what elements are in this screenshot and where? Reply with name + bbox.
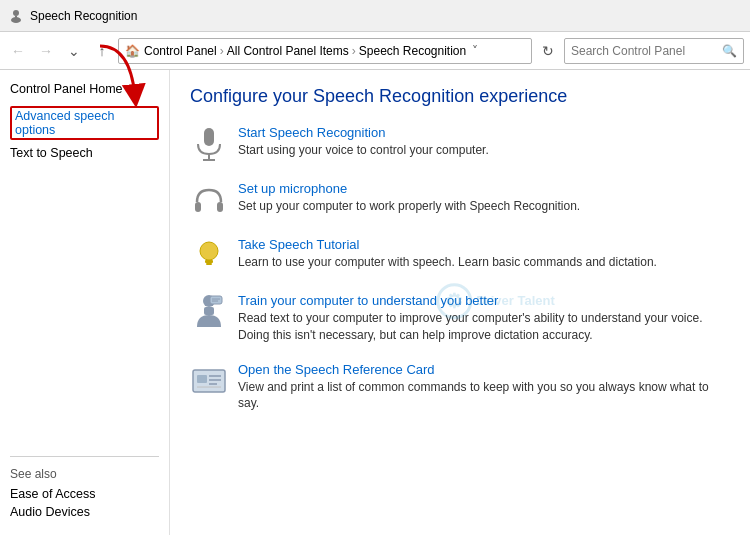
- svg-rect-10: [206, 263, 212, 265]
- sidebar-bottom: See also Ease of Access Audio Devices: [10, 456, 159, 523]
- svg-point-8: [200, 242, 218, 260]
- person-icon: [190, 293, 228, 331]
- item-text: Take Speech Tutorial Learn to use your c…: [238, 237, 657, 271]
- window-title: Speech Recognition: [30, 9, 137, 23]
- sidebar: Control Panel Home Advanced speech optio…: [0, 70, 170, 535]
- svg-rect-3: [204, 128, 214, 146]
- home-icon: 🏠: [125, 44, 140, 58]
- list-item: Train your computer to understand you be…: [190, 293, 730, 344]
- item-text: Open the Speech Reference Card View and …: [238, 362, 730, 413]
- list-item: Start Speech Recognition Start using you…: [190, 125, 730, 163]
- refresh-button[interactable]: ↻: [536, 39, 560, 63]
- search-box-container: 🔍: [564, 38, 744, 64]
- search-icon: 🔍: [722, 44, 737, 58]
- items-list: Start Speech Recognition Start using you…: [190, 125, 730, 412]
- main-layout: Control Panel Home Advanced speech optio…: [0, 70, 750, 535]
- search-input[interactable]: [571, 44, 711, 58]
- page-title: Configure your Speech Recognition experi…: [190, 86, 730, 107]
- take-speech-tutorial-link[interactable]: Take Speech Tutorial: [238, 237, 657, 252]
- svg-rect-7: [217, 202, 223, 212]
- item-desc: View and print a list of common commands…: [238, 379, 730, 413]
- bulb-icon: [190, 237, 228, 275]
- advanced-speech-options-container: Advanced speech options: [10, 106, 159, 146]
- headphones-icon: [190, 181, 228, 219]
- forward-button[interactable]: →: [34, 39, 58, 63]
- sidebar-home-link[interactable]: Control Panel Home: [10, 82, 159, 96]
- svg-point-0: [13, 10, 19, 16]
- svg-rect-6: [195, 202, 201, 212]
- microphone-icon: [190, 125, 228, 163]
- svg-rect-12: [204, 307, 214, 315]
- address-path: 🏠 Control Panel › All Control Panel Item…: [118, 38, 532, 64]
- train-computer-link[interactable]: Train your computer to understand you be…: [238, 293, 730, 308]
- breadcrumb-all-items[interactable]: All Control Panel Items: [227, 44, 349, 58]
- set-up-microphone-link[interactable]: Set up microphone: [238, 181, 580, 196]
- item-text: Train your computer to understand you be…: [238, 293, 730, 344]
- see-also-label: See also: [10, 467, 159, 481]
- item-text: Start Speech Recognition Start using you…: [238, 125, 489, 159]
- item-desc: Start using your voice to control your c…: [238, 142, 489, 159]
- back-button[interactable]: ←: [6, 39, 30, 63]
- item-desc: Read text to your computer to improve yo…: [238, 310, 730, 344]
- sidebar-link-advanced-speech-options[interactable]: Advanced speech options: [10, 106, 159, 140]
- see-also-audio-devices[interactable]: Audio Devices: [10, 505, 159, 519]
- list-item: Take Speech Tutorial Learn to use your c…: [190, 237, 730, 275]
- breadcrumb-sep-2: ›: [352, 44, 356, 58]
- sidebar-top: Control Panel Home Advanced speech optio…: [10, 82, 159, 166]
- svg-rect-17: [197, 375, 207, 383]
- address-bar: ← → ⌄ ↑ 🏠 Control Panel › All Control Pa…: [0, 32, 750, 70]
- address-chevron-icon[interactable]: ˅: [472, 44, 478, 58]
- item-text: Set up microphone Set up your computer t…: [238, 181, 580, 215]
- start-speech-recognition-link[interactable]: Start Speech Recognition: [238, 125, 489, 140]
- see-also-ease-of-access[interactable]: Ease of Access: [10, 487, 159, 501]
- list-item: Set up microphone Set up your computer t…: [190, 181, 730, 219]
- breadcrumb-speech-recognition: Speech Recognition: [359, 44, 466, 58]
- title-bar: Speech Recognition: [0, 0, 750, 32]
- open-reference-card-link[interactable]: Open the Speech Reference Card: [238, 362, 730, 377]
- breadcrumb-control-panel[interactable]: Control Panel: [144, 44, 217, 58]
- svg-rect-13: [210, 296, 222, 304]
- card-icon: [190, 362, 228, 400]
- up-button[interactable]: ↑: [90, 39, 114, 63]
- recent-pages-button[interactable]: ⌄: [62, 39, 86, 63]
- svg-rect-9: [205, 260, 213, 263]
- window-icon: [8, 8, 24, 24]
- item-desc: Set up your computer to work properly wi…: [238, 198, 580, 215]
- list-item: Open the Speech Reference Card View and …: [190, 362, 730, 413]
- sidebar-link-text-to-speech[interactable]: Text to Speech: [10, 146, 159, 160]
- breadcrumb-sep-1: ›: [220, 44, 224, 58]
- svg-rect-2: [15, 16, 17, 21]
- item-desc: Learn to use your computer with speech. …: [238, 254, 657, 271]
- content-area: ⚙ Driver Talent Configure your Speech Re…: [170, 70, 750, 535]
